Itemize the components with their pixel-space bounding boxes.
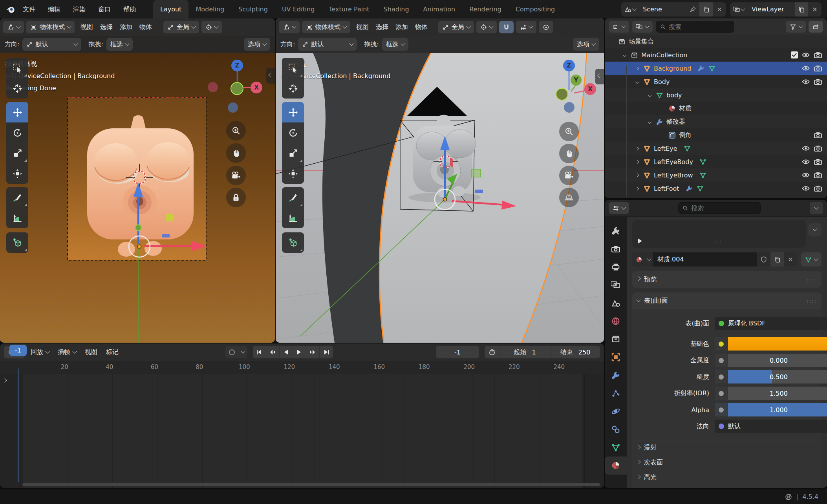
expand-chevron[interactable] <box>633 147 641 150</box>
viewport-menu-item[interactable]: 物体 <box>136 23 156 31</box>
axis-neg-x-ball[interactable] <box>208 82 218 92</box>
drag-dropdown[interactable]: 框选 <box>106 38 133 51</box>
collapsed-panel-header[interactable]: 透射 <box>632 485 822 488</box>
camera-visibility-icon[interactable] <box>814 131 822 139</box>
viewport-menu-item[interactable]: 选择 <box>372 23 392 31</box>
camera-visibility-icon[interactable] <box>814 185 822 192</box>
scene-name[interactable]: Scene <box>639 5 686 13</box>
expand-chevron[interactable] <box>633 80 641 83</box>
material-slots-dropdown[interactable] <box>801 252 822 267</box>
properties-tab[interactable] <box>605 312 627 330</box>
editor-type-button[interactable] <box>3 21 24 33</box>
properties-tab[interactable] <box>605 240 627 258</box>
play-button[interactable] <box>293 346 306 358</box>
editor-type-button[interactable] <box>609 202 629 214</box>
sidebar-toggle[interactable] <box>595 69 604 84</box>
viewlayer-selector[interactable]: ViewLayer <box>730 2 822 16</box>
metallic-slider[interactable]: 0.000 <box>715 354 827 367</box>
collapsed-panel-header[interactable]: 高光 <box>632 470 822 485</box>
outliner-row[interactable]: LeftEyeBrow <box>605 168 827 182</box>
axis-z-ball[interactable]: Z <box>563 60 575 71</box>
unlink-scene-button[interactable] <box>713 2 726 16</box>
drag-dots[interactable]: :::: <box>712 239 722 245</box>
options-dropdown[interactable]: 选项 <box>573 38 599 51</box>
app-menu-item[interactable]: 窗口 <box>92 0 117 18</box>
eye-icon[interactable] <box>801 158 810 165</box>
pan-button[interactable] <box>226 143 246 163</box>
workspace-tab[interactable]: Texture Paint <box>322 0 376 18</box>
pivot-dropdown[interactable] <box>476 21 497 33</box>
properties-tab[interactable] <box>605 276 627 294</box>
scene-selector[interactable]: Scene <box>621 2 726 16</box>
base-color-swatch[interactable] <box>715 337 827 351</box>
properties-tab[interactable] <box>605 294 627 312</box>
eye-icon[interactable] <box>801 172 810 179</box>
properties-tab[interactable] <box>605 366 627 384</box>
workspace-tab[interactable]: Sculpting <box>231 0 275 18</box>
mode-dropdown[interactable]: 物体模式 <box>26 21 75 33</box>
editor-type-button[interactable] <box>279 21 300 33</box>
properties-tab[interactable] <box>605 384 627 402</box>
eye-icon[interactable] <box>801 145 810 152</box>
camera-visibility-icon[interactable] <box>814 78 822 85</box>
camera-visibility-icon[interactable] <box>814 51 822 58</box>
app-menu-item[interactable]: 文件 <box>16 0 42 18</box>
jump-to-start-button[interactable] <box>253 346 266 358</box>
outliner-row[interactable]: Body <box>605 75 827 88</box>
axis-neg-z-ball[interactable] <box>228 102 238 113</box>
toolbar-tool-button[interactable] <box>282 208 304 228</box>
start-frame-field[interactable]: 起始1 <box>499 346 551 358</box>
workspace-tab[interactable]: Rendering <box>462 0 509 18</box>
app-menu-item[interactable]: 编辑 <box>42 0 67 18</box>
properties-path-bar[interactable]: :::: <box>632 220 806 248</box>
properties-search[interactable] <box>678 202 761 214</box>
mode-dropdown[interactable]: 物体模式 <box>302 21 350 33</box>
axis-neg-y-ball[interactable] <box>556 88 568 100</box>
workspace-tab[interactable]: Compositing <box>509 0 562 18</box>
eye-icon[interactable] <box>801 185 810 192</box>
app-menu-item[interactable]: 渲染 <box>67 0 92 18</box>
outliner-row[interactable]: 倒角 <box>605 128 827 142</box>
expand-chevron[interactable] <box>633 67 641 70</box>
collection-checkbox[interactable] <box>791 51 798 58</box>
proportional-edit-button[interactable] <box>539 21 553 33</box>
toolbar-tool-button[interactable] <box>282 163 304 184</box>
camera-visibility-icon[interactable] <box>814 65 822 72</box>
properties-tab[interactable] <box>605 438 627 457</box>
viewlayer-name[interactable]: ViewLayer <box>748 5 795 13</box>
toolbar-tool-button[interactable] <box>282 78 304 99</box>
axis-y-ball[interactable] <box>231 82 243 95</box>
outliner-row[interactable]: Background <box>605 62 827 75</box>
outliner-row[interactable]: 修改器 <box>605 115 827 128</box>
properties-options-button[interactable] <box>810 202 823 214</box>
toolbar-tool-button[interactable] <box>282 232 304 253</box>
scene-icon[interactable] <box>621 6 639 13</box>
snap-with-dropdown[interactable] <box>516 21 536 33</box>
search-input[interactable] <box>669 23 730 31</box>
surface-shader-button[interactable]: 原理化 BSDF <box>715 317 827 330</box>
expand-chevron[interactable] <box>633 187 641 190</box>
eye-icon[interactable] <box>801 65 810 72</box>
properties-tab[interactable] <box>605 258 627 276</box>
toolbar-tool-button[interactable] <box>282 122 304 143</box>
material-name-field[interactable]: 材质.004 <box>653 252 757 267</box>
end-frame-field[interactable]: 结束250 <box>551 346 600 358</box>
fake-user-button[interactable] <box>757 252 770 267</box>
toolbar-tool-button[interactable] <box>6 102 28 122</box>
viewport-menu-item[interactable]: 添加 <box>116 23 136 31</box>
toolbar-tool-button[interactable] <box>282 187 304 208</box>
collapsed-panel-header[interactable]: 次表面 <box>632 455 822 470</box>
viewport-menu-item[interactable]: 视图 <box>353 23 372 31</box>
expand-arrow-icon[interactable] <box>638 238 642 244</box>
alpha-slider[interactable]: 1.000 <box>715 403 827 416</box>
expand-chevron[interactable] <box>620 54 628 57</box>
properties-tab[interactable] <box>605 330 627 348</box>
camera-lock-button[interactable] <box>226 188 246 207</box>
filter-dropdown[interactable] <box>786 21 806 33</box>
expand-chevron[interactable] <box>646 94 653 97</box>
eye-icon[interactable] <box>801 51 810 58</box>
search-input[interactable] <box>691 205 756 212</box>
next-keyframe-button[interactable] <box>306 346 320 358</box>
pan-button[interactable] <box>559 144 579 163</box>
drag-dropdown[interactable]: 框选 <box>382 38 408 51</box>
